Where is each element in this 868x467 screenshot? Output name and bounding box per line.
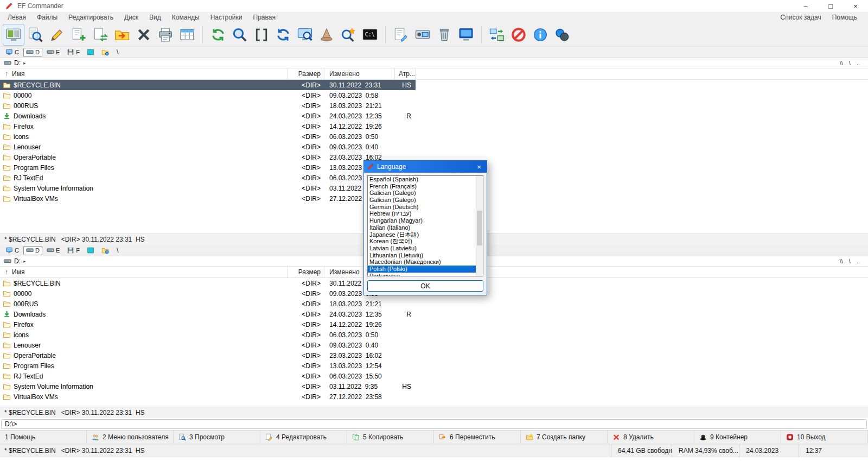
file-row[interactable]: VirtualBox VMs <DIR> 27.12.2022 23:58: [0, 392, 868, 402]
path-shortcut-1[interactable]: \: [849, 60, 851, 66]
compare-dirs-button[interactable]: [551, 24, 573, 46]
sync-dirs-button[interactable]: [486, 24, 508, 46]
remote-screen-button[interactable]: [455, 24, 477, 46]
file-row[interactable]: Lenouser <DIR> 09.03.2023 0:40: [0, 340, 868, 350]
file-row[interactable]: System Volume Information <DIR> 03.11.20…: [0, 381, 868, 392]
drive-f-button[interactable]: F: [64, 48, 82, 57]
media-player-button[interactable]: [412, 24, 433, 46]
listbox-scrollbar[interactable]: [476, 176, 483, 276]
search-star-button[interactable]: [337, 24, 359, 46]
file-row[interactable]: RJ TextEd <DIR> 06.03.2023 15:50: [0, 371, 868, 381]
doc-table-button[interactable]: [176, 24, 198, 46]
dialog-close-icon[interactable]: ×: [471, 161, 487, 173]
folder-arrow-button[interactable]: [111, 24, 133, 46]
column-header-name[interactable]: ↑ Имя: [0, 68, 288, 79]
drive-d-button[interactable]: D: [23, 246, 42, 255]
fn-8-button[interactable]: 8 Удалить: [608, 431, 694, 444]
drive-e-button[interactable]: E: [44, 48, 62, 57]
path-shortcut-2[interactable]: ..: [857, 258, 860, 264]
language-item[interactable]: Español (Spanish): [368, 176, 476, 183]
file-row[interactable]: icons <DIR> 06.03.2023 0:50: [0, 131, 868, 142]
parent-dir-icon[interactable]: ↑: [5, 268, 8, 276]
doc-plus-button[interactable]: [68, 24, 90, 46]
ram-button[interactable]: [84, 48, 97, 57]
fn-1-button[interactable]: 1 Помощь: [0, 431, 87, 444]
no-sign-button[interactable]: [508, 24, 529, 46]
file-row[interactable]: Downloads <DIR> 24.03.2023 12:35 R: [0, 309, 868, 319]
dos-prompt-button[interactable]: C:\: [359, 24, 381, 46]
doc-arrows-button[interactable]: [90, 24, 111, 46]
refresh-blue-button[interactable]: [272, 24, 294, 46]
column-header-size[interactable]: Размер: [288, 267, 324, 277]
file-row[interactable]: Downloads <DIR> 24.03.2023 12:35 R: [0, 111, 868, 121]
file-row[interactable]: Lenouser <DIR> 09.03.2023 0:40: [0, 142, 868, 152]
editor-button[interactable]: [390, 24, 412, 46]
drive-c-button[interactable]: C: [3, 48, 22, 57]
panels-button[interactable]: [3, 24, 24, 46]
quick-view-button[interactable]: [251, 24, 272, 46]
language-item[interactable]: Polish (Polski): [368, 266, 476, 273]
path-shortcut-1[interactable]: \: [849, 258, 851, 264]
menu-item-4[interactable]: Вид: [144, 12, 167, 22]
file-row[interactable]: Program Files <DIR> 13.03.2023 12:54: [0, 361, 868, 371]
file-row[interactable]: OperaPortable <DIR> 23.03.2023 16:02: [0, 350, 868, 361]
path-bar-top[interactable]: D: ▸ \\\..: [0, 58, 868, 68]
cone-button[interactable]: [316, 24, 337, 46]
drive-e-button[interactable]: E: [44, 246, 62, 255]
delete-x-button[interactable]: [133, 24, 155, 46]
drive-f-button[interactable]: F: [64, 246, 82, 255]
monitor-search-button[interactable]: [294, 24, 316, 46]
file-row[interactable]: icons <DIR> 06.03.2023 0:50: [0, 330, 868, 340]
language-item[interactable]: Italian (Italiano): [368, 224, 476, 231]
ok-button[interactable]: OK: [367, 280, 483, 292]
fn-5-button[interactable]: 5 Копировать: [347, 431, 434, 444]
menu-item-right-1[interactable]: Помощь: [827, 12, 863, 22]
language-item[interactable]: Hungarian (Magyar): [368, 217, 476, 224]
parent-dir-icon[interactable]: ↑: [5, 70, 8, 78]
language-item[interactable]: Latvian (Latviešu): [368, 245, 476, 252]
minimize-button[interactable]: –: [793, 0, 818, 12]
file-row[interactable]: 000RUS <DIR> 18.03.2023 21:21: [0, 299, 868, 309]
fn-6-button[interactable]: 6 Переместить: [434, 431, 521, 444]
file-row[interactable]: 00000 <DIR> 09.03.2023 0:58: [0, 90, 868, 100]
column-header-attr[interactable]: Атр...: [395, 68, 416, 79]
net-folder-button[interactable]: [99, 246, 112, 255]
search-blue-button[interactable]: [229, 24, 251, 46]
menu-item-1[interactable]: Файлы: [31, 12, 63, 22]
menu-item-6[interactable]: Настройки: [205, 12, 248, 22]
file-row[interactable]: $RECYCLE.BIN <DIR> 30.11.2022 23:31 HS: [0, 80, 868, 90]
menu-item-2[interactable]: Редактировать: [63, 12, 119, 22]
maximize-button[interactable]: □: [818, 0, 843, 12]
column-header-size[interactable]: Размер: [288, 68, 324, 79]
menu-item-7[interactable]: Правая: [248, 12, 281, 22]
ram-button[interactable]: [84, 246, 97, 255]
language-item[interactable]: Hebrew (עברית): [368, 210, 476, 217]
menu-item-0[interactable]: Левая: [2, 12, 31, 22]
close-button[interactable]: ×: [843, 0, 868, 12]
print-button[interactable]: [155, 24, 176, 46]
fn-4-button[interactable]: 4 Редактировать: [260, 431, 347, 444]
column-header-modified[interactable]: Изменено: [324, 68, 395, 79]
fn-10-button[interactable]: 10 Выход: [781, 431, 868, 444]
dialog-title-bar[interactable]: Language ×: [364, 161, 487, 173]
language-item[interactable]: German (Deutsch): [368, 204, 476, 211]
language-item[interactable]: Lithuanian (Lietuvių): [368, 252, 476, 259]
edit-file-button[interactable]: [46, 24, 68, 46]
find-files-button[interactable]: [24, 24, 46, 46]
net-folder-button[interactable]: [99, 48, 112, 57]
language-item[interactable]: Galician (Galego): [368, 190, 476, 197]
language-item[interactable]: Galician (Galego): [368, 197, 476, 204]
fn-3-button[interactable]: 3 Просмотр: [174, 431, 260, 444]
fn-2-button[interactable]: 2 Меню пользователя: [87, 431, 174, 444]
language-item[interactable]: Japanese (日本語): [368, 231, 476, 238]
scrollbar-thumb[interactable]: [477, 211, 482, 245]
language-item[interactable]: Portuguese: [368, 273, 476, 276]
fn-9-button[interactable]: 9 Контейнер: [694, 431, 781, 444]
path-shortcut-2[interactable]: ..: [857, 60, 860, 66]
drive-d-button[interactable]: D: [23, 48, 42, 57]
language-item[interactable]: French (Français): [368, 183, 476, 190]
path-shortcut-0[interactable]: \\: [840, 258, 843, 264]
recycle-bin-button[interactable]: [433, 24, 455, 46]
path-shortcut-0[interactable]: \\: [840, 60, 843, 66]
file-row[interactable]: 000RUS <DIR> 18.03.2023 21:21: [0, 100, 868, 111]
